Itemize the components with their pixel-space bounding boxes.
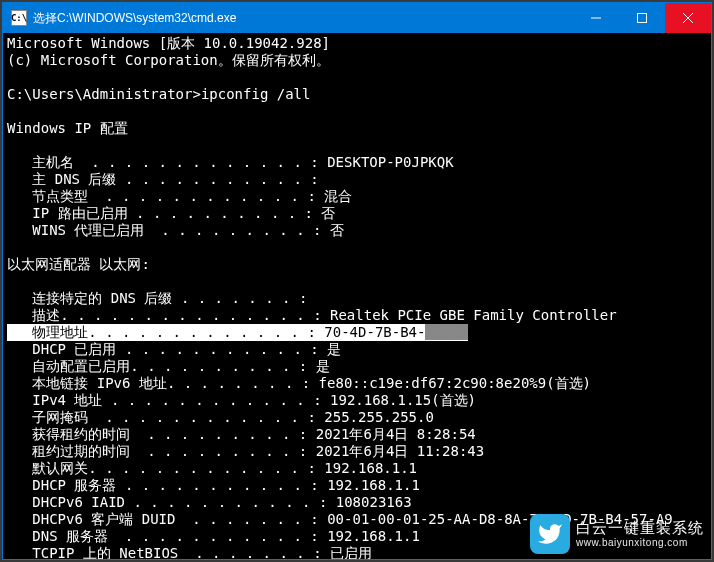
label-dhcp-srv: DHCP 服务器 bbox=[32, 477, 116, 493]
label-mac: 物理地址 bbox=[32, 324, 88, 340]
prompt-command: ipconfig /all bbox=[201, 86, 311, 102]
value-mac: 70-4D-7B-B4- bbox=[324, 324, 425, 340]
section-adapter: 以太网适配器 以太网: bbox=[7, 256, 150, 272]
label-lease-ex: 租约过期的时间 bbox=[32, 443, 130, 459]
value-subnet: 255.255.255.0 bbox=[324, 409, 434, 425]
cmd-window: C:\ 选择C:\WINDOWS\system32\cmd.exe Micros… bbox=[2, 2, 712, 560]
value-autoconf: 是 bbox=[316, 358, 330, 374]
minimize-button[interactable] bbox=[573, 3, 619, 33]
label-gateway: 默认网关 bbox=[32, 460, 88, 476]
value-lease-ob: 2021年6月4日 8:28:54 bbox=[316, 426, 476, 442]
value-dhcp-srv: 192.168.1.1 bbox=[327, 477, 420, 493]
label-autoconf: 自动配置已启用 bbox=[32, 358, 130, 374]
cmd-icon: C:\ bbox=[11, 10, 27, 26]
value-iaid: 108023163 bbox=[336, 494, 412, 510]
value-dhcp: 是 bbox=[327, 341, 341, 357]
svg-rect-1 bbox=[638, 14, 647, 23]
label-dns-srv: DNS 服务器 bbox=[32, 528, 108, 544]
label-dhcp: DHCP 已启用 bbox=[32, 341, 116, 357]
value-dns-srv: 192.168.1.1 bbox=[327, 528, 420, 544]
value-ip-routing: 否 bbox=[321, 205, 335, 221]
label-netbios: TCPIP 上的 NetBIOS bbox=[32, 545, 178, 559]
window-title: 选择C:\WINDOWS\system32\cmd.exe bbox=[33, 10, 236, 27]
value-ipv4: 192.168.1.15(首选) bbox=[330, 392, 476, 408]
value-hostname: DESKTOP-P0JPKQK bbox=[327, 154, 453, 170]
label-ip-routing: IP 路由已启用 bbox=[32, 205, 127, 221]
label-conn-dns: 连接特定的 DNS 后缀 bbox=[32, 290, 172, 306]
maximize-button[interactable] bbox=[619, 3, 665, 33]
titlebar[interactable]: C:\ 选择C:\WINDOWS\system32\cmd.exe bbox=[3, 3, 711, 33]
value-duid: 00-01-00-01-25-AA-D8-8A-70-4D-7B-B4-57-A… bbox=[327, 511, 673, 527]
label-duid: DHCPv6 客户端 DUID bbox=[32, 511, 175, 527]
banner-line2: (c) Microsoft Corporation。保留所有权利。 bbox=[7, 52, 330, 68]
value-netbios: 已启用 bbox=[330, 545, 372, 559]
value-node-type: 混合 bbox=[324, 188, 352, 204]
prompt-path: C:\Users\Administrator> bbox=[7, 86, 201, 102]
value-ipv6: fe80::c19e:df67:2c90:8e20%9(首选) bbox=[319, 375, 591, 391]
label-dns-suffix: 主 DNS 后缀 bbox=[32, 171, 116, 187]
label-ipv6: 本地链接 IPv6 地址 bbox=[32, 375, 167, 391]
value-description: Realtek PCIe GBE Family Controller bbox=[330, 307, 617, 323]
close-button[interactable] bbox=[665, 3, 711, 33]
label-hostname: 主机名 bbox=[32, 154, 74, 170]
banner-line1: Microsoft Windows [版本 10.0.19042.928] bbox=[7, 35, 330, 51]
label-subnet: 子网掩码 bbox=[32, 409, 88, 425]
mac-obscured: XX-XX bbox=[425, 324, 467, 340]
label-description: 描述 bbox=[32, 307, 60, 323]
value-wins-proxy: 否 bbox=[330, 222, 344, 238]
terminal-output[interactable]: Microsoft Windows [版本 10.0.19042.928] (c… bbox=[3, 33, 711, 559]
value-gateway: 192.168.1.1 bbox=[324, 460, 417, 476]
section-ip-config: Windows IP 配置 bbox=[7, 120, 128, 136]
label-ipv4: IPv4 地址 bbox=[32, 392, 102, 408]
label-node-type: 节点类型 bbox=[32, 188, 88, 204]
value-lease-ex: 2021年6月4日 11:28:43 bbox=[316, 443, 484, 459]
label-wins-proxy: WINS 代理已启用 bbox=[32, 222, 144, 238]
highlighted-row: 物理地址. . . . . . . . . . . . . : 70-4D-7B… bbox=[7, 324, 468, 341]
label-iaid: DHCPv6 IAID bbox=[32, 494, 125, 510]
label-lease-ob: 获得租约的时间 bbox=[32, 426, 130, 442]
